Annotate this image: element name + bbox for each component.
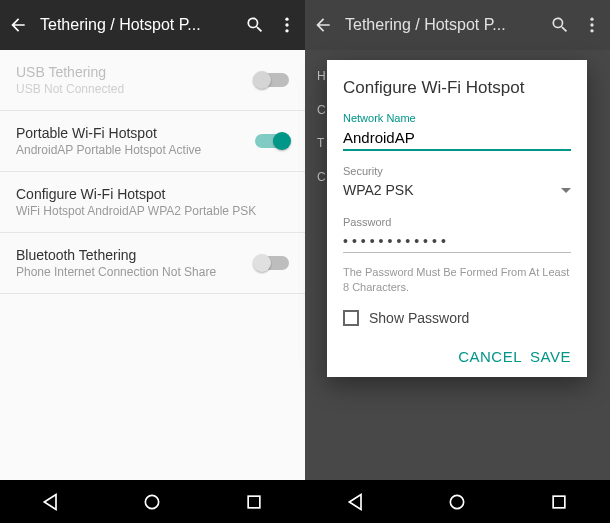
svg-point-2 [285, 29, 288, 32]
row-usb-tethering: USB Tethering USB Not Connected [0, 50, 305, 111]
overflow-icon[interactable] [582, 15, 602, 35]
portable-hotspot-switch[interactable] [255, 134, 289, 148]
svg-rect-4 [248, 496, 260, 508]
show-password-checkbox[interactable] [343, 310, 359, 326]
network-name-label: Network Name [343, 112, 571, 124]
svg-point-3 [146, 495, 159, 508]
cancel-button[interactable]: CANCEL [458, 348, 521, 365]
search-icon[interactable] [245, 15, 265, 35]
show-password-row[interactable]: Show Password [343, 310, 571, 326]
overflow-icon[interactable] [277, 15, 297, 35]
navbar [0, 480, 305, 523]
svg-rect-9 [553, 496, 565, 508]
row-title: Configure Wi-Fi Hotspot [16, 186, 289, 202]
network-name-input[interactable] [343, 124, 571, 151]
nav-home-icon[interactable] [142, 492, 162, 512]
password-input[interactable]: •••••••••••• [343, 228, 571, 253]
back-icon[interactable] [313, 15, 333, 35]
settings-list: USB Tethering USB Not Connected Portable… [0, 50, 305, 480]
security-value: WPA2 PSK [343, 182, 414, 198]
svg-point-1 [285, 23, 288, 26]
svg-point-0 [285, 18, 288, 21]
toolbar-right: Tethering / Hotspot P... [305, 0, 610, 50]
nav-back-icon[interactable] [41, 492, 61, 512]
svg-point-7 [590, 29, 593, 32]
back-icon[interactable] [8, 15, 28, 35]
password-label: Password [343, 216, 571, 228]
row-subtitle: WiFi Hotspot AndroidAP WPA2 Portable PSK [16, 204, 289, 218]
toolbar-left: Tethering / Hotspot P... [0, 0, 305, 50]
nav-recent-icon[interactable] [244, 492, 264, 512]
row-subtitle: Phone Internet Connection Not Share [16, 265, 255, 279]
row-subtitle: USB Not Connected [16, 82, 255, 96]
svg-point-8 [451, 495, 464, 508]
row-bluetooth-tethering[interactable]: Bluetooth Tethering Phone Internet Conne… [0, 233, 305, 294]
bluetooth-tethering-switch[interactable] [255, 256, 289, 270]
row-subtitle: AndroidAP Portable Hotspot Active [16, 143, 255, 157]
save-button[interactable]: SAVE [530, 348, 571, 365]
toolbar-title: Tethering / Hotspot P... [345, 16, 538, 34]
security-label: Security [343, 165, 571, 177]
chevron-down-icon [561, 188, 571, 193]
usb-tethering-switch [255, 73, 289, 87]
row-title: Portable Wi-Fi Hotspot [16, 125, 255, 141]
search-icon[interactable] [550, 15, 570, 35]
row-title: Bluetooth Tethering [16, 247, 255, 263]
nav-back-icon[interactable] [346, 492, 366, 512]
toolbar-title: Tethering / Hotspot P... [40, 16, 233, 34]
svg-point-6 [590, 23, 593, 26]
security-select[interactable]: WPA2 PSK [343, 177, 571, 202]
password-helper: The Password Must Be Formed From At Leas… [343, 265, 571, 296]
svg-point-5 [590, 18, 593, 21]
dialog-title: Configure Wi-Fi Hotspot [343, 78, 571, 98]
row-portable-hotspot[interactable]: Portable Wi-Fi Hotspot AndroidAP Portabl… [0, 111, 305, 172]
navbar [305, 480, 610, 523]
show-password-label: Show Password [369, 310, 469, 326]
row-title: USB Tethering [16, 64, 255, 80]
row-configure-hotspot[interactable]: Configure Wi-Fi Hotspot WiFi Hotspot And… [0, 172, 305, 233]
nav-recent-icon[interactable] [549, 492, 569, 512]
nav-home-icon[interactable] [447, 492, 467, 512]
configure-hotspot-dialog: Configure Wi-Fi Hotspot Network Name Sec… [327, 60, 587, 377]
